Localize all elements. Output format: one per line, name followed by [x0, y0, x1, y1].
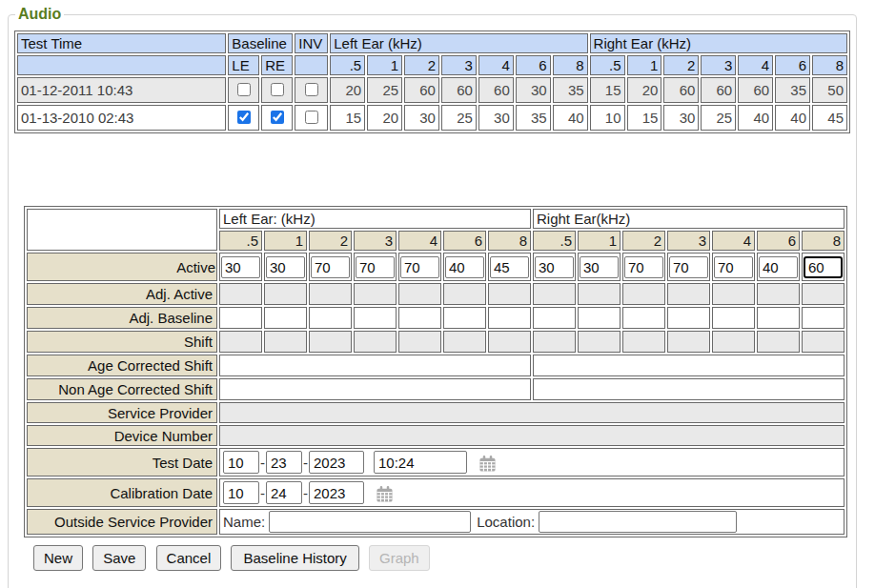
calibration-date-year-input[interactable] — [309, 481, 364, 504]
threshold-cell: 30 — [478, 105, 514, 131]
adj-baseline-cell — [443, 307, 486, 329]
adj-baseline-cell — [354, 307, 397, 329]
inv-checkbox[interactable] — [305, 111, 318, 124]
baseline-re-checkbox[interactable] — [271, 111, 284, 124]
active-le-input[interactable] — [490, 256, 529, 278]
active-le-input[interactable] — [221, 256, 260, 278]
threshold-cell: 15 — [590, 77, 625, 103]
threshold-cell: 35 — [775, 77, 810, 103]
adj-active-cell — [533, 283, 576, 305]
adj-baseline-cell — [667, 307, 710, 329]
active-le-input[interactable] — [400, 256, 439, 278]
freq-header: 6 — [516, 55, 551, 75]
freq-header: 8 — [553, 55, 588, 75]
test-date-year-input[interactable] — [309, 451, 364, 474]
row-label-adj-baseline: Adj. Baseline — [27, 307, 217, 329]
shift-cell — [578, 331, 621, 353]
test-time-cell: 01-12-2011 10:43 — [17, 77, 226, 103]
adj-active-cell — [443, 283, 486, 305]
shift-cell — [712, 331, 755, 353]
freq-header: 1 — [367, 55, 402, 75]
threshold-cell: 20 — [627, 77, 662, 103]
freq-header: 3 — [701, 55, 736, 75]
active-le-input[interactable] — [311, 256, 350, 278]
row-label-device-number: Device Number — [27, 425, 217, 446]
adj-active-cell — [398, 283, 441, 305]
freq-header: 3 — [354, 231, 397, 251]
adj-baseline-cell — [264, 307, 307, 329]
row-label-age-corrected-shift: Age Corrected Shift — [27, 355, 217, 376]
freq-header: 6 — [757, 231, 800, 251]
shift-cell — [622, 331, 665, 353]
adj-active-cell — [309, 283, 352, 305]
active-le-input[interactable] — [445, 256, 484, 278]
history-row: 01-13-2010 02:43 15 20 30 25 30 35 40 10… — [17, 105, 847, 131]
active-le-input[interactable] — [356, 256, 395, 278]
save-button[interactable]: Save — [92, 545, 146, 571]
active-re-input[interactable] — [714, 256, 753, 278]
calibration-date-day-input[interactable] — [266, 481, 302, 504]
age-corrected-shift-right-cell — [533, 355, 844, 376]
shift-cell — [667, 331, 710, 353]
audio-history-table: Test Time Baseline INV Left Ear (kHz) Ri… — [14, 30, 850, 133]
shift-cell — [309, 331, 352, 353]
col-le: LE — [228, 55, 259, 75]
baseline-le-checkbox[interactable] — [237, 111, 251, 124]
threshold-cell: 60 — [738, 77, 773, 103]
device-number-cell — [219, 425, 844, 446]
test-date-month-input[interactable] — [223, 451, 259, 474]
right-ear-header: Right Ear(kHz) — [533, 209, 844, 229]
freq-header: .5 — [330, 55, 365, 75]
freq-header: 4 — [712, 231, 755, 251]
active-re-input[interactable] — [669, 256, 708, 278]
cancel-button[interactable]: Cancel — [156, 545, 222, 571]
adj-baseline-cell — [533, 307, 576, 329]
outside-name-label: Name: — [223, 514, 265, 530]
date-separator: - — [260, 455, 265, 471]
outside-location-input[interactable] — [539, 511, 737, 533]
col-inv: INV — [295, 33, 328, 53]
threshold-cell: 50 — [812, 77, 847, 103]
calendar-icon[interactable] — [376, 485, 394, 503]
threshold-cell: 25 — [367, 77, 402, 103]
new-button[interactable]: New — [33, 545, 83, 571]
test-time-cell: 01-13-2010 02:43 — [17, 105, 226, 131]
shift-cell — [354, 331, 397, 353]
shift-cell — [443, 331, 486, 353]
age-corrected-shift-left-cell — [219, 355, 531, 376]
test-date-day-input[interactable] — [266, 451, 302, 474]
adj-active-cell — [488, 283, 531, 305]
graph-button: Graph — [369, 545, 430, 571]
shift-cell — [757, 331, 800, 353]
freq-header: 4 — [398, 231, 441, 251]
test-time-input[interactable] — [374, 451, 467, 474]
freq-header: 6 — [443, 231, 486, 251]
freq-header: 2 — [622, 231, 665, 251]
active-re-input-focused[interactable] — [804, 256, 843, 278]
threshold-cell: 60 — [701, 77, 736, 103]
baseline-history-button[interactable]: Baseline History — [231, 545, 358, 571]
adj-active-cell — [802, 283, 844, 305]
active-re-input[interactable] — [535, 256, 574, 278]
freq-header: 2 — [663, 55, 699, 75]
outside-name-input[interactable] — [269, 511, 471, 533]
adj-baseline-cell — [757, 307, 800, 329]
shift-cell — [398, 331, 441, 353]
row-label-outside-service-provider: Outside Service Provider — [27, 509, 217, 535]
active-le-input[interactable] — [266, 256, 305, 278]
active-re-input[interactable] — [759, 256, 798, 278]
inv-checkbox[interactable] — [305, 83, 318, 96]
adj-baseline-cell — [309, 307, 352, 329]
col-test-time: Test Time — [17, 33, 226, 53]
adj-baseline-cell — [712, 307, 755, 329]
active-re-input[interactable] — [580, 256, 619, 278]
freq-header: 8 — [812, 55, 847, 75]
baseline-re-checkbox[interactable] — [271, 83, 284, 96]
freq-header: 4 — [478, 55, 514, 75]
baseline-le-checkbox[interactable] — [237, 83, 251, 96]
calendar-icon[interactable] — [478, 455, 497, 473]
adj-active-cell — [354, 283, 397, 305]
active-re-input[interactable] — [624, 256, 663, 278]
adj-active-cell — [622, 283, 665, 305]
calibration-date-month-input[interactable] — [223, 481, 259, 504]
